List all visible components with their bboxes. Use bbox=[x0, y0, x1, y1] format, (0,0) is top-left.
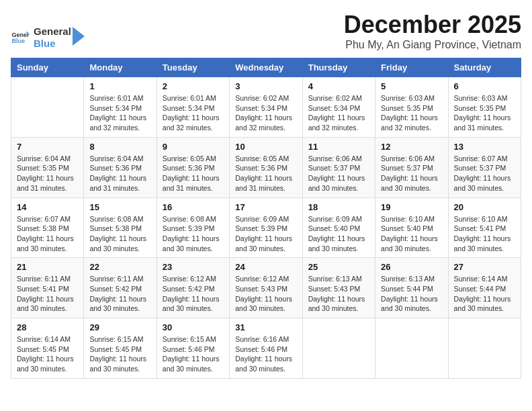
weekday-header-wednesday: Wednesday bbox=[230, 58, 302, 77]
day-info: Sunrise: 6:03 AMSunset: 5:35 PMDaylight:… bbox=[381, 93, 442, 133]
calendar-cell: 10Sunrise: 6:05 AMSunset: 5:36 PMDayligh… bbox=[230, 137, 302, 197]
day-number: 1 bbox=[89, 81, 150, 91]
calendar-cell: 13Sunrise: 6:07 AMSunset: 5:37 PMDayligh… bbox=[448, 137, 521, 197]
calendar-cell: 29Sunrise: 6:15 AMSunset: 5:45 PMDayligh… bbox=[84, 318, 157, 379]
calendar-cell bbox=[11, 77, 84, 138]
day-number: 12 bbox=[381, 142, 442, 152]
day-info: Sunrise: 6:07 AMSunset: 5:38 PMDaylight:… bbox=[17, 214, 78, 254]
day-info: Sunrise: 6:10 AMSunset: 5:40 PMDaylight:… bbox=[381, 214, 442, 254]
calendar-cell: 25Sunrise: 6:13 AMSunset: 5:43 PMDayligh… bbox=[302, 258, 375, 318]
day-info: Sunrise: 6:16 AMSunset: 5:46 PMDaylight:… bbox=[235, 334, 296, 374]
day-number: 11 bbox=[308, 142, 369, 152]
day-number: 26 bbox=[381, 262, 442, 272]
day-info: Sunrise: 6:13 AMSunset: 5:44 PMDaylight:… bbox=[381, 274, 442, 314]
calendar-week-4: 21Sunrise: 6:11 AMSunset: 5:41 PMDayligh… bbox=[11, 258, 521, 318]
day-info: Sunrise: 6:03 AMSunset: 5:35 PMDaylight:… bbox=[454, 93, 515, 133]
calendar-cell: 31Sunrise: 6:16 AMSunset: 5:46 PMDayligh… bbox=[230, 318, 302, 379]
calendar-cell: 15Sunrise: 6:08 AMSunset: 5:38 PMDayligh… bbox=[84, 197, 157, 258]
day-info: Sunrise: 6:06 AMSunset: 5:37 PMDaylight:… bbox=[308, 154, 369, 193]
logo-flag bbox=[73, 27, 85, 46]
day-number: 30 bbox=[163, 322, 224, 332]
logo-icon: General Blue bbox=[11, 28, 30, 47]
calendar-cell bbox=[375, 318, 448, 379]
calendar-cell: 16Sunrise: 6:08 AMSunset: 5:39 PMDayligh… bbox=[157, 197, 229, 258]
calendar-cell bbox=[302, 318, 375, 379]
day-number: 15 bbox=[89, 202, 150, 212]
calendar-cell: 6Sunrise: 6:03 AMSunset: 5:35 PMDaylight… bbox=[448, 77, 521, 138]
day-number: 23 bbox=[163, 262, 224, 272]
day-info: Sunrise: 6:04 AMSunset: 5:36 PMDaylight:… bbox=[89, 154, 150, 193]
calendar-cell: 17Sunrise: 6:09 AMSunset: 5:39 PMDayligh… bbox=[230, 197, 302, 258]
calendar-cell: 22Sunrise: 6:11 AMSunset: 5:42 PMDayligh… bbox=[84, 258, 157, 318]
day-number: 7 bbox=[17, 142, 78, 152]
day-number: 24 bbox=[235, 262, 296, 272]
calendar-cell: 21Sunrise: 6:11 AMSunset: 5:41 PMDayligh… bbox=[11, 258, 84, 318]
day-number: 10 bbox=[235, 142, 296, 152]
calendar-week-3: 14Sunrise: 6:07 AMSunset: 5:38 PMDayligh… bbox=[11, 197, 521, 258]
day-info: Sunrise: 6:09 AMSunset: 5:40 PMDaylight:… bbox=[308, 214, 369, 254]
calendar-cell: 3Sunrise: 6:02 AMSunset: 5:34 PMDaylight… bbox=[230, 77, 302, 138]
calendar-week-1: 1Sunrise: 6:01 AMSunset: 5:34 PMDaylight… bbox=[11, 77, 521, 138]
calendar-cell: 23Sunrise: 6:12 AMSunset: 5:42 PMDayligh… bbox=[157, 258, 229, 318]
calendar-cell: 27Sunrise: 6:14 AMSunset: 5:44 PMDayligh… bbox=[448, 258, 521, 318]
location-subtitle: Phu My, An Giang Province, Vietnam bbox=[344, 39, 521, 51]
weekday-header-friday: Friday bbox=[375, 58, 448, 77]
weekday-header-monday: Monday bbox=[84, 58, 157, 77]
day-number: 4 bbox=[308, 81, 369, 91]
day-info: Sunrise: 6:08 AMSunset: 5:39 PMDaylight:… bbox=[163, 214, 224, 254]
day-number: 13 bbox=[454, 142, 515, 152]
day-info: Sunrise: 6:08 AMSunset: 5:38 PMDaylight:… bbox=[89, 214, 150, 254]
calendar-cell: 4Sunrise: 6:02 AMSunset: 5:34 PMDaylight… bbox=[302, 77, 375, 138]
day-number: 3 bbox=[235, 81, 296, 91]
calendar-week-2: 7Sunrise: 6:04 AMSunset: 5:35 PMDaylight… bbox=[11, 137, 521, 197]
month-title: December 2025 bbox=[344, 11, 521, 39]
day-info: Sunrise: 6:09 AMSunset: 5:39 PMDaylight:… bbox=[235, 214, 296, 254]
calendar-cell: 20Sunrise: 6:10 AMSunset: 5:41 PMDayligh… bbox=[448, 197, 521, 258]
logo-general: General bbox=[34, 26, 71, 38]
weekday-header-saturday: Saturday bbox=[448, 58, 521, 77]
day-info: Sunrise: 6:14 AMSunset: 5:45 PMDaylight:… bbox=[17, 334, 78, 374]
calendar-cell: 8Sunrise: 6:04 AMSunset: 5:36 PMDaylight… bbox=[84, 137, 157, 197]
day-number: 8 bbox=[89, 142, 150, 152]
day-info: Sunrise: 6:11 AMSunset: 5:41 PMDaylight:… bbox=[17, 274, 78, 314]
calendar-cell: 19Sunrise: 6:10 AMSunset: 5:40 PMDayligh… bbox=[375, 197, 448, 258]
day-number: 17 bbox=[235, 202, 296, 212]
day-number: 20 bbox=[454, 202, 515, 212]
day-number: 25 bbox=[308, 262, 369, 272]
calendar-cell: 14Sunrise: 6:07 AMSunset: 5:38 PMDayligh… bbox=[11, 197, 84, 258]
day-info: Sunrise: 6:12 AMSunset: 5:42 PMDaylight:… bbox=[163, 274, 224, 314]
weekday-header-thursday: Thursday bbox=[302, 58, 375, 77]
calendar-cell: 12Sunrise: 6:06 AMSunset: 5:37 PMDayligh… bbox=[375, 137, 448, 197]
calendar-header: SundayMondayTuesdayWednesdayThursdayFrid… bbox=[11, 58, 521, 77]
day-info: Sunrise: 6:01 AMSunset: 5:34 PMDaylight:… bbox=[89, 93, 150, 133]
day-number: 9 bbox=[163, 142, 224, 152]
calendar-cell: 9Sunrise: 6:05 AMSunset: 5:36 PMDaylight… bbox=[157, 137, 229, 197]
calendar-cell: 18Sunrise: 6:09 AMSunset: 5:40 PMDayligh… bbox=[302, 197, 375, 258]
day-info: Sunrise: 6:01 AMSunset: 5:34 PMDaylight:… bbox=[163, 93, 224, 133]
title-section: December 2025 Phu My, An Giang Province,… bbox=[344, 11, 521, 51]
calendar-cell: 7Sunrise: 6:04 AMSunset: 5:35 PMDaylight… bbox=[11, 137, 84, 197]
day-number: 27 bbox=[454, 262, 515, 272]
logo-blue: Blue bbox=[34, 38, 71, 50]
day-number: 5 bbox=[381, 81, 442, 91]
weekday-header-row: SundayMondayTuesdayWednesdayThursdayFrid… bbox=[11, 58, 521, 77]
day-number: 22 bbox=[89, 262, 150, 272]
calendar-cell: 5Sunrise: 6:03 AMSunset: 5:35 PMDaylight… bbox=[375, 77, 448, 138]
calendar-cell: 24Sunrise: 6:12 AMSunset: 5:43 PMDayligh… bbox=[230, 258, 302, 318]
calendar-cell: 2Sunrise: 6:01 AMSunset: 5:34 PMDaylight… bbox=[157, 77, 229, 138]
calendar-table: SundayMondayTuesdayWednesdayThursdayFrid… bbox=[11, 58, 521, 379]
calendar-week-5: 28Sunrise: 6:14 AMSunset: 5:45 PMDayligh… bbox=[11, 318, 521, 379]
day-info: Sunrise: 6:15 AMSunset: 5:46 PMDaylight:… bbox=[163, 334, 224, 374]
day-number: 14 bbox=[17, 202, 78, 212]
day-number: 21 bbox=[17, 262, 78, 272]
day-number: 29 bbox=[89, 322, 150, 332]
day-info: Sunrise: 6:15 AMSunset: 5:45 PMDaylight:… bbox=[89, 334, 150, 374]
day-number: 2 bbox=[163, 81, 224, 91]
calendar-cell: 30Sunrise: 6:15 AMSunset: 5:46 PMDayligh… bbox=[157, 318, 229, 379]
day-info: Sunrise: 6:05 AMSunset: 5:36 PMDaylight:… bbox=[163, 154, 224, 193]
day-info: Sunrise: 6:14 AMSunset: 5:44 PMDaylight:… bbox=[454, 274, 515, 314]
day-number: 18 bbox=[308, 202, 369, 212]
day-number: 28 bbox=[17, 322, 78, 332]
calendar-cell: 28Sunrise: 6:14 AMSunset: 5:45 PMDayligh… bbox=[11, 318, 84, 379]
day-info: Sunrise: 6:10 AMSunset: 5:41 PMDaylight:… bbox=[454, 214, 515, 254]
